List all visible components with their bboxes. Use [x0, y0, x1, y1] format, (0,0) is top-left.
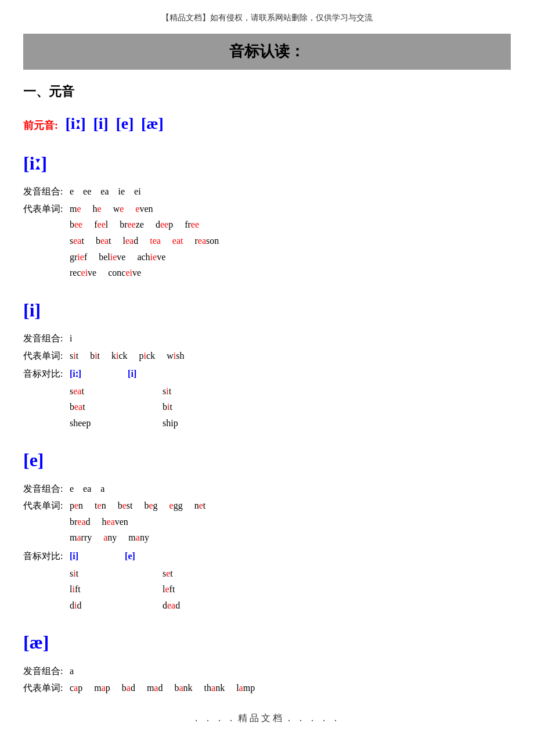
phoneme-ae-heading: [æ]	[23, 628, 511, 657]
word-mad: mad	[147, 681, 163, 696]
page-title: 音标认读：	[229, 43, 305, 60]
word-believe: believe	[99, 250, 125, 265]
word-cap: cap	[70, 681, 82, 696]
contrast-headers-i: [iː] [i]	[70, 366, 511, 381]
contrast-row-i: 音标对比: [iː] [i] seat sit beat bit sheep s…	[23, 366, 511, 431]
contrast-pair-2: beat bit	[70, 399, 511, 415]
contrast-right-e-3: dead	[163, 598, 209, 613]
word-free: free	[185, 217, 199, 232]
representative-row-e: 代表单词: pen ten best beg egg net bread hea…	[23, 498, 511, 546]
contrast-pair-e-1: sit set	[70, 566, 511, 581]
word-bad: bad	[122, 681, 135, 696]
pronunciation-row-i: 发音组合: i	[23, 331, 511, 346]
contrast-headers-e: [i] [e]	[70, 549, 511, 564]
contrast-right-3: ship	[163, 416, 209, 431]
contrast-content-i: [iː] [i] seat sit beat bit sheep ship	[70, 366, 511, 431]
representative-row-ii: 代表单词: me he we even bee feel breeze deep…	[23, 201, 511, 282]
word-row-3: seat beat lead tea eat reason	[70, 233, 511, 249]
contrast-pair-1: seat sit	[70, 384, 511, 399]
word-row-e-1: pen ten best beg egg net	[70, 498, 511, 513]
word-bit: bit	[90, 348, 100, 363]
pronunciation-label-e: 发音组合:	[23, 481, 70, 496]
representative-content-i: sit bit kick pick wish	[70, 348, 511, 365]
phoneme-ii-heading: [iː]	[23, 149, 511, 178]
contrast-label-e: 音标对比:	[23, 549, 70, 564]
pronunciation-row-ae: 发音组合: a	[23, 664, 511, 679]
phoneme-ae-section: [æ] 发音组合: a 代表单词: cap map bad mad bank t…	[23, 628, 511, 696]
word-ten: ten	[95, 498, 106, 513]
word-tea: tea	[150, 233, 161, 249]
representative-label-e: 代表单词:	[23, 498, 70, 513]
word-row-5: receive conceive	[70, 265, 511, 280]
word-net: net	[194, 498, 206, 513]
contrast-row-e: 音标对比: [i] [e] sit set lift left did dead	[23, 549, 511, 614]
word-receive: receive	[70, 265, 96, 280]
representative-label-ae: 代表单词:	[23, 681, 70, 696]
contrast-pair-3: sheep ship	[70, 416, 511, 431]
word-conceive: conceive	[108, 265, 141, 280]
pronunciation-content-ae: a	[70, 664, 511, 679]
word-marry: marry	[70, 530, 92, 545]
phoneme-e-label: [e]	[116, 114, 134, 132]
contrast-header-right-i: [i]	[128, 366, 136, 381]
phoneme-e-heading: [e]	[23, 445, 511, 475]
word-sit: sit	[70, 348, 78, 363]
top-notice: 【精品文档】如有侵权，请联系网站删除，仅供学习与交流	[23, 12, 511, 24]
word-lead: lead	[123, 233, 139, 249]
word-beat: beat	[96, 233, 111, 249]
contrast-left-3: sheep	[70, 416, 116, 431]
contrast-left-e-2: lift	[70, 582, 116, 597]
word-kick: kick	[111, 348, 128, 363]
word-map: map	[94, 681, 110, 696]
word-row-i-1: sit bit kick pick wish	[70, 348, 511, 363]
representative-label-ii: 代表单词:	[23, 201, 70, 217]
word-feel: feel	[94, 217, 108, 232]
word-thank: thank	[204, 681, 225, 696]
pronunciation-row-e: 发音组合: e ea a	[23, 481, 511, 496]
word-lamp: lamp	[236, 681, 255, 696]
pronunciation-label-ii: 发音组合:	[23, 184, 70, 199]
word-many: many	[128, 530, 149, 545]
word-we: we	[113, 201, 124, 217]
pronunciation-content-ii: e ee ea ie ei	[70, 184, 511, 199]
front-vowels-line: 前元音: [iː] [i] [e] [æ]	[23, 111, 511, 137]
footer-notice: ．．．．精品文档．．．．．	[23, 711, 511, 726]
phoneme-ii-section: [iː] 发音组合: e ee ea ie ei 代表单词: me he we …	[23, 149, 511, 282]
word-row-e-3: marry any many	[70, 530, 511, 545]
contrast-right-e-1: set	[163, 566, 209, 581]
representative-content-ae: cap map bad mad bank thank lamp	[70, 681, 511, 697]
word-breeze: breeze	[120, 217, 144, 232]
representative-content-e: pen ten best beg egg net bread heaven ma…	[70, 498, 511, 546]
contrast-left-e-1: sit	[70, 566, 116, 581]
word-pick: pick	[139, 348, 156, 363]
contrast-content-e: [i] [e] sit set lift left did dead	[70, 549, 511, 614]
word-heaven: heaven	[102, 514, 128, 530]
phoneme-ae-label: [æ]	[141, 114, 164, 132]
contrast-left-e-3: did	[70, 598, 116, 613]
contrast-pair-e-2: lift left	[70, 582, 511, 597]
phoneme-ii-label: [iː]	[66, 114, 86, 132]
phoneme-i-section: [i] 发音组合: i 代表单词: sit bit kick pick wish…	[23, 296, 511, 432]
word-reason: reason	[195, 233, 219, 249]
contrast-header-right-e: [e]	[125, 549, 135, 564]
phoneme-i-heading: [i]	[23, 296, 511, 325]
representative-row-i: 代表单词: sit bit kick pick wish	[23, 348, 511, 365]
word-row-e-2: bread heaven	[70, 514, 511, 530]
contrast-header-left-e: [i]	[70, 549, 78, 564]
representative-label-i: 代表单词:	[23, 348, 70, 363]
pronunciation-label-ae: 发音组合:	[23, 664, 70, 679]
representative-row-ae: 代表单词: cap map bad mad bank thank lamp	[23, 681, 511, 697]
word-best: best	[118, 498, 133, 513]
word-eat: eat	[172, 233, 183, 249]
contrast-right-e-2: left	[163, 582, 209, 597]
contrast-right-1: sit	[163, 384, 209, 399]
front-vowels-label: 前元音:	[23, 120, 58, 131]
word-he: he	[93, 201, 102, 217]
pronunciation-row-ii: 发音组合: e ee ea ie ei	[23, 184, 511, 199]
word-me: me	[70, 201, 81, 217]
word-wish: wish	[167, 348, 184, 363]
pronunciation-label-i: 发音组合:	[23, 331, 70, 346]
word-row-2: bee feel breeze deep free	[70, 217, 511, 232]
representative-content-ii: me he we even bee feel breeze deep free …	[70, 201, 511, 282]
word-achieve: achieve	[137, 250, 165, 265]
